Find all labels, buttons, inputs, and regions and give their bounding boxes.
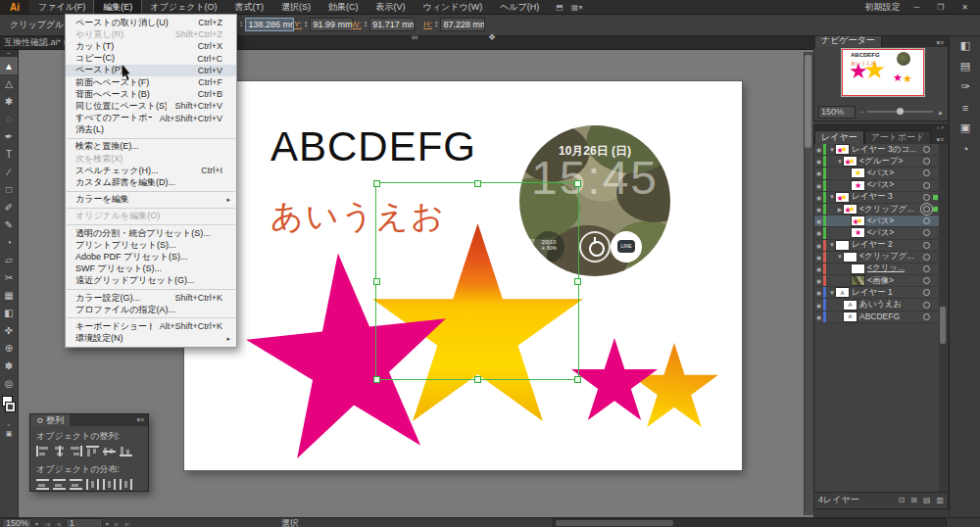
first-artboard-button[interactable]: |◀ xyxy=(41,520,53,527)
layer-thumbnail[interactable] xyxy=(852,228,864,237)
canvas-vertical-scrollbar-thumb[interactable] xyxy=(805,55,811,148)
panel-menu-icon[interactable]: ▾≡ xyxy=(936,136,948,144)
menu-item[interactable]: カスタム辞書を編集(D)... xyxy=(66,176,236,188)
tool-button[interactable]: ◔ xyxy=(0,233,18,251)
visibility-eye-icon[interactable]: ◉ xyxy=(814,194,823,201)
artboard-dropdown-arrow[interactable]: ▾ xyxy=(103,520,112,527)
layer-row[interactable]: ◉ ▶ <クリップグ... xyxy=(814,204,940,216)
target-circle-icon[interactable] xyxy=(923,313,930,320)
horizontal-scrollbar-thumb[interactable] xyxy=(556,520,673,526)
menu-item[interactable]: カット(T) Ctrl+X xyxy=(66,40,236,52)
layer-name[interactable]: <パス> xyxy=(867,227,920,239)
selection-handle[interactable] xyxy=(373,376,380,383)
menu-item[interactable]: カラーを編集 ▸ xyxy=(66,194,236,206)
menu-item[interactable]: すべてのアートボードにペースト(S) Alt+Shift+Ctrl+V xyxy=(66,113,236,124)
expand-arrow-icon[interactable]: ▼ xyxy=(836,254,844,260)
menu-bar-item[interactable]: オブジェクト(O) xyxy=(141,0,225,14)
h-field[interactable]: 87.228 mm xyxy=(440,18,485,31)
distribute-icon[interactable] xyxy=(120,479,132,490)
menu-item[interactable]: ペーストの取り消し(U) Ctrl+Z xyxy=(66,17,236,28)
layer-thumbnail[interactable] xyxy=(844,205,857,214)
artboard-heading-text[interactable]: ABCDEFG xyxy=(270,123,476,170)
tool-button[interactable]: △ xyxy=(0,74,18,92)
link-dimensions-icon[interactable]: ∞ xyxy=(410,32,419,42)
layers-footer-icon[interactable]: ⊞ xyxy=(910,496,917,504)
y-field[interactable]: 91.99 mm xyxy=(310,18,353,31)
layer-row[interactable]: ◉ ▼ <クリップグ... xyxy=(814,252,940,264)
layer-thumbnail[interactable] xyxy=(852,216,864,225)
layer-thumbnail[interactable] xyxy=(844,301,857,310)
workspace-switcher[interactable]: 初期設定 xyxy=(864,1,900,14)
h-spinner[interactable]: ▲▼ xyxy=(434,21,438,29)
tool-button[interactable]: ⊕ xyxy=(0,339,18,357)
layer-thumbnail[interactable] xyxy=(844,253,857,262)
layer-thumbnail[interactable] xyxy=(852,168,864,177)
panel-menu-icon[interactable]: ▾≡ xyxy=(136,416,148,424)
layer-name[interactable]: ABCDEFG xyxy=(859,311,920,321)
dock-panel-icon[interactable]: ▣ xyxy=(950,118,980,138)
layer-thumbnail[interactable] xyxy=(852,264,864,273)
layers-footer-icon[interactable]: ⊡ xyxy=(898,496,905,504)
layer-name[interactable]: <パス> xyxy=(867,216,920,227)
tool-button[interactable]: T xyxy=(0,145,18,163)
layer-row[interactable]: ◉ <パス> xyxy=(814,168,940,179)
dock-panel-icon[interactable]: ◔ xyxy=(950,138,980,159)
tool-button[interactable]: ✂ xyxy=(0,268,18,286)
menu-item[interactable]: Adobe PDF プリセット(S)... xyxy=(66,251,236,263)
visibility-eye-icon[interactable]: ◉ xyxy=(814,313,823,320)
tool-button[interactable]: ▲ xyxy=(0,57,18,74)
expand-arrow-icon[interactable]: ▼ xyxy=(828,194,836,200)
layer-name[interactable]: レイヤー 3のコ... xyxy=(852,144,920,156)
menu-bar-item[interactable]: 書式(T) xyxy=(226,0,273,14)
w-label[interactable]: W: xyxy=(351,20,362,29)
navigator-thumbnail[interactable]: ★ ★ ★ ★ ABCDEFG あいうえお xyxy=(842,49,924,96)
target-circle-icon[interactable] xyxy=(923,302,930,309)
tab-artboards[interactable]: アートボード xyxy=(864,130,932,144)
expand-arrow-icon[interactable]: ▼ xyxy=(828,242,836,248)
layer-thumbnail[interactable] xyxy=(836,288,849,297)
layer-name[interactable]: レイヤー 2 xyxy=(852,239,920,251)
distribute-icon[interactable] xyxy=(70,479,82,490)
y-spinner[interactable]: ▲▼ xyxy=(304,21,308,29)
screen-mode-button[interactable]: ▣ xyxy=(0,429,18,439)
x-spinner[interactable]: ▲▼ xyxy=(239,21,243,29)
dock-panel-icon[interactable]: ▤ xyxy=(950,56,980,76)
layer-name[interactable]: <パス> xyxy=(867,179,920,191)
slider-knob[interactable] xyxy=(897,108,904,115)
tool-button[interactable]: ✒ xyxy=(0,127,18,145)
layer-name[interactable]: <グループ> xyxy=(859,156,920,168)
arrange-documents-icon[interactable]: ⬒ xyxy=(556,3,564,12)
tool-button[interactable]: ◌ xyxy=(0,110,18,127)
tool-button[interactable]: ◎ xyxy=(0,374,18,392)
layer-row[interactable]: ◉ <パス> xyxy=(814,227,940,239)
dock-panel-icon[interactable]: ◧ xyxy=(950,35,980,56)
artboard-number-field[interactable]: 1 xyxy=(66,518,103,527)
target-circle-icon[interactable] xyxy=(923,182,930,189)
transform-icon[interactable]: ❖ xyxy=(486,32,498,42)
distribute-icon[interactable] xyxy=(103,479,116,490)
fill-stroke-swatches[interactable] xyxy=(0,394,18,419)
layer-thumbnail[interactable] xyxy=(836,145,849,154)
tab-layers[interactable]: レイヤー xyxy=(814,130,864,144)
tool-button[interactable]: ✐ xyxy=(0,198,18,216)
layer-row[interactable]: ◉ ▼ レイヤー 2 xyxy=(814,240,940,252)
tool-button[interactable]: ✎ xyxy=(0,216,18,233)
expand-arrow-icon[interactable]: ▼ xyxy=(836,159,844,165)
layer-name[interactable]: <パス> xyxy=(867,168,920,179)
visibility-eye-icon[interactable]: ◉ xyxy=(814,277,823,284)
distribute-icon[interactable] xyxy=(53,479,66,490)
selection-bounding-box[interactable] xyxy=(375,182,579,380)
layer-row[interactable]: ◉ あいうえお xyxy=(814,299,940,311)
last-artboard-button[interactable]: ▶| xyxy=(122,520,134,527)
expand-arrow-icon[interactable]: ▶ xyxy=(836,206,844,213)
visibility-eye-icon[interactable]: ◉ xyxy=(814,302,823,309)
layer-row[interactable]: ◉ ▼ レイヤー 1 xyxy=(814,287,940,299)
layer-name[interactable]: レイヤー 3 xyxy=(852,191,920,203)
tool-button[interactable]: ∕ xyxy=(0,163,18,180)
stroke-swatch[interactable] xyxy=(6,403,15,411)
layers-footer-icon[interactable]: ▤ xyxy=(923,496,931,504)
visibility-eye-icon[interactable]: ◉ xyxy=(814,254,823,261)
menu-item[interactable]: ペースト(P) Ctrl+V xyxy=(66,65,236,76)
selection-handle[interactable] xyxy=(474,376,481,383)
restore-button[interactable]: ❐ xyxy=(933,3,948,12)
